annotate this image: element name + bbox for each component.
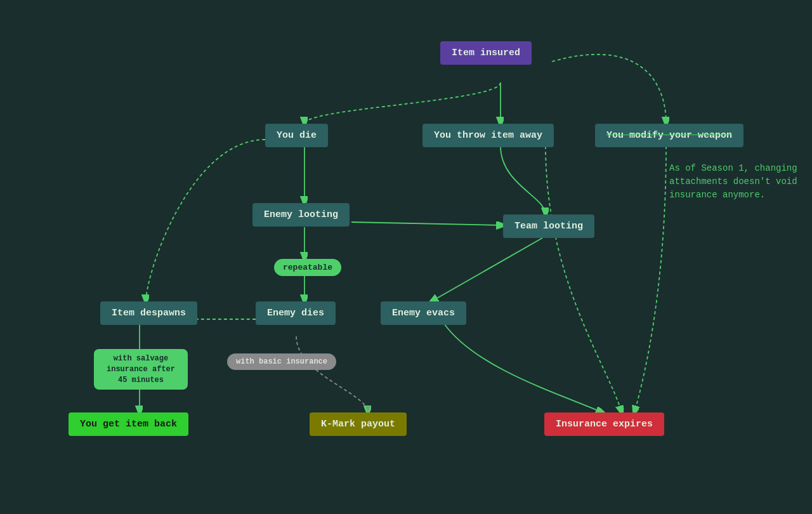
basic-insurance-badge: with basic insurance bbox=[227, 353, 336, 370]
you-modify-node: You modify your weapon bbox=[595, 124, 743, 147]
you-die-node: You die bbox=[265, 124, 328, 147]
item-despawns-node: Item despawns bbox=[100, 301, 197, 325]
svg-line-6 bbox=[431, 238, 542, 301]
repeatable-badge: repeatable bbox=[274, 259, 341, 276]
salvage-insurance-badge: with salvage insurance after 45 minutes bbox=[94, 349, 188, 390]
enemy-dies-node: Enemy dies bbox=[256, 301, 336, 325]
item-insured-node: Item insured bbox=[440, 41, 532, 65]
modify-note: As of Season 1, changing attachments doe… bbox=[669, 162, 802, 202]
enemy-evacs-node: Enemy evacs bbox=[381, 301, 466, 325]
svg-line-4 bbox=[351, 222, 503, 225]
you-throw-node: You throw item away bbox=[422, 124, 554, 147]
team-looting-node: Team looting bbox=[503, 214, 594, 238]
get-item-back-node: You get item back bbox=[69, 412, 188, 436]
insurance-expires-node: Insurance expires bbox=[544, 412, 664, 436]
kmark-payout-node: K-Mark payout bbox=[310, 412, 407, 436]
enemy-looting-node: Enemy looting bbox=[252, 203, 350, 227]
